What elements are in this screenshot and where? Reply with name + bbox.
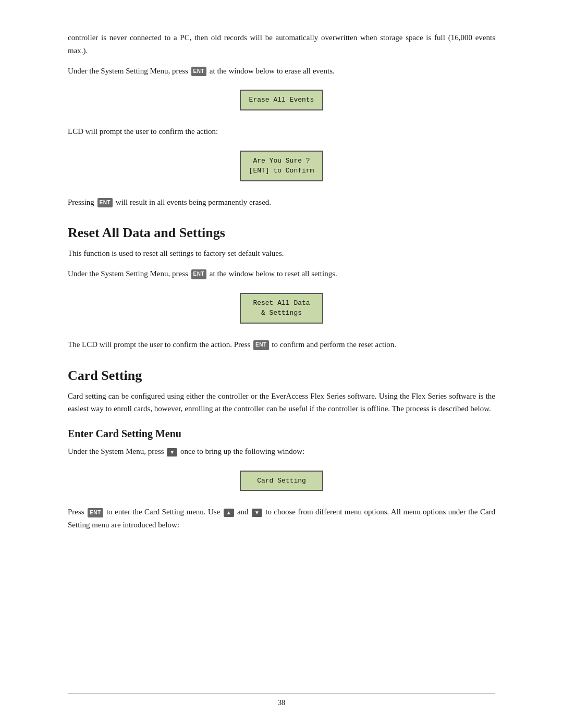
lcd-reset: Reset All Data & Settings <box>240 293 323 324</box>
page-number: 38 <box>278 699 285 707</box>
lcd-erase-center: Erase All Events <box>68 84 495 118</box>
paragraph-1: controller is never connected to a PC, t… <box>68 31 495 57</box>
arrow-up-btn: ▲ <box>224 509 234 517</box>
p2-post: at the window below to erase all events. <box>210 67 335 75</box>
ent-badge-1: ENT <box>191 67 207 77</box>
paragraph-2: Under the System Setting Menu, press ENT… <box>68 65 495 78</box>
p6-post: at the window below to reset all setting… <box>210 269 337 278</box>
p2-pre: Under the System Setting Menu, press <box>68 67 188 75</box>
p4-pre: Pressing <box>68 198 94 206</box>
lcd-confirm: Are You Sure ? [ENT] to Confirm <box>240 151 323 181</box>
ent-badge-2: ENT <box>97 198 113 208</box>
p6-pre: Under the System Setting Menu, press <box>68 269 188 278</box>
lcd-card-setting-center: Card Setting <box>68 465 495 499</box>
heading-reset: Reset All Data and Settings <box>68 225 495 241</box>
footer-divider <box>68 694 495 694</box>
p9-pre: Under the System Menu, press <box>68 447 164 455</box>
p7-mid: to confirm and perform the reset action. <box>272 340 396 349</box>
paragraph-8: Card setting can be configured using eit… <box>68 390 495 416</box>
lcd-confirm-center: Are You Sure ? [ENT] to Confirm <box>68 145 495 189</box>
p10-pre: Press <box>68 508 84 516</box>
ent-badge-5: ENT <box>88 508 103 518</box>
p4-post: will result in all events being permanen… <box>116 198 271 206</box>
lcd-erase-events: Erase All Events <box>240 90 323 110</box>
arrow-down-btn-2: ▼ <box>252 509 262 517</box>
page-footer: 38 <box>0 694 563 707</box>
paragraph-6: Under the System Setting Menu, press ENT… <box>68 267 495 280</box>
lcd-card-setting: Card Setting <box>240 471 323 491</box>
ent-badge-3: ENT <box>191 269 207 279</box>
p9-post: once to bring up the following window: <box>180 447 304 455</box>
paragraph-7: The LCD will prompt the user to confirm … <box>68 338 495 351</box>
paragraph-4: Pressing ENT will result in all events b… <box>68 196 495 209</box>
p10-mid2: and <box>237 508 249 516</box>
lcd-reset-center: Reset All Data & Settings <box>68 288 495 331</box>
p7-pre: The LCD will prompt the user to confirm … <box>68 340 250 349</box>
heading-card-setting: Card Setting <box>68 368 495 384</box>
p10-mid1: to enter the Card Setting menu. Use <box>106 508 220 516</box>
paragraph-5: This function is used to reset all setti… <box>68 247 495 260</box>
arrow-down-btn-1: ▼ <box>167 448 177 456</box>
page-content: controller is never connected to a PC, t… <box>68 0 495 581</box>
paragraph-3: LCD will prompt the user to confirm the … <box>68 125 495 138</box>
heading-enter-card: Enter Card Setting Menu <box>68 428 495 440</box>
paragraph-9: Under the System Menu, press ▼ once to b… <box>68 445 495 458</box>
paragraph-10: Press ENT to enter the Card Setting menu… <box>68 505 495 532</box>
ent-badge-4: ENT <box>253 340 269 350</box>
